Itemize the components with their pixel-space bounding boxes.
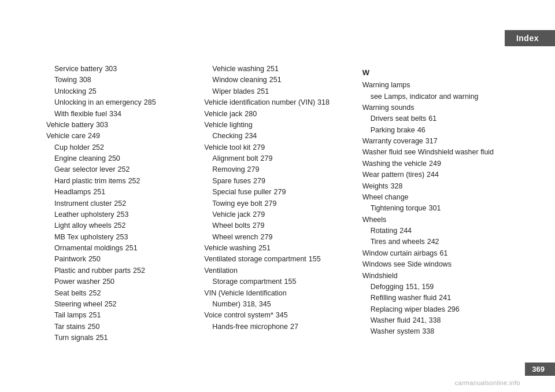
list-item: MB Tex upholstery253 <box>46 232 198 243</box>
list-item: Light alloy wheels252 <box>46 220 198 231</box>
list-item: Tar stains250 <box>46 321 198 332</box>
list-item: Warning lamps <box>362 80 515 91</box>
list-item: Rotating244 <box>362 225 515 236</box>
list-item: Wheel wrench279 <box>204 232 356 243</box>
list-item: Unlocking25 <box>46 86 198 97</box>
list-item: Ventilated storage compartment155 <box>204 254 356 265</box>
list-item: Removing279 <box>204 164 356 175</box>
list-item: Weights328 <box>362 181 515 192</box>
list-item: Number)318, 345 <box>204 299 356 310</box>
list-item: Instrument cluster252 <box>46 198 198 209</box>
list-item: Headlamps251 <box>46 187 198 198</box>
list-item: Ventilation <box>204 265 356 276</box>
list-item: Washing the vehicle249 <box>362 158 515 169</box>
list-item: Storage compartment155 <box>204 276 356 287</box>
list-item: Parking brake46 <box>362 125 515 136</box>
list-item: Seat belts252 <box>46 288 198 299</box>
list-item: Ornamental moldings251 <box>46 243 198 254</box>
list-item: Refilling washer fluid241 <box>362 293 515 304</box>
list-item: Checking234 <box>204 131 356 142</box>
list-item: Tires and wheels242 <box>362 236 515 247</box>
section-letter: W <box>362 67 515 79</box>
list-item: Vehicle washing251 <box>204 64 356 75</box>
list-item: Engine cleaning250 <box>46 153 198 164</box>
page-number: 369 <box>525 363 555 376</box>
list-item: VIN (Vehicle Identification <box>204 288 356 299</box>
list-item: Towing eye bolt279 <box>204 198 356 209</box>
list-item: Drivers seat belts61 <box>362 113 515 124</box>
list-item: Washer system338 <box>362 326 515 337</box>
list-item: Cup holder252 <box>46 142 198 153</box>
list-item: Vehicle care249 <box>46 131 198 142</box>
list-item: Window curtain airbags61 <box>362 248 515 259</box>
list-item: Power washer250 <box>46 276 198 287</box>
list-item: Vehicle tool kit279 <box>204 142 356 153</box>
list-item: Windows see Side windows <box>362 259 515 270</box>
list-item: Gear selector lever252 <box>46 164 198 175</box>
list-item: Wheel bolts279 <box>204 220 356 231</box>
list-item: Wheel change <box>362 192 515 203</box>
list-item: Turn signals251 <box>46 332 198 343</box>
index-column-col3: WWarning lampssee Lamps, indicator and w… <box>362 64 520 346</box>
list-item: Plastic and rubber parts252 <box>46 265 198 276</box>
watermark: carmanualsonline.info <box>455 379 520 386</box>
index-content: Service battery303Towing308Unlocking25Un… <box>46 64 520 346</box>
list-item: Replacing wiper blades296 <box>362 304 515 315</box>
list-item: Warning sounds <box>362 102 515 113</box>
list-item: Voice control system*345 <box>204 310 356 321</box>
list-item: Special fuse puller279 <box>204 187 356 198</box>
list-item: Steering wheel252 <box>46 299 198 310</box>
list-item: Defogging151, 159 <box>362 282 515 293</box>
list-item: Vehicle jack280 <box>204 109 356 120</box>
index-column-col2: Vehicle washing251Window cleaning251Wipe… <box>204 64 362 346</box>
list-item: Unlocking in an emergency285 <box>46 97 198 108</box>
list-item: Tightening torque301 <box>362 203 515 214</box>
list-item: Vehicle jack279 <box>204 209 356 220</box>
list-item: Window cleaning251 <box>204 75 356 86</box>
list-item: Windshield <box>362 271 515 282</box>
list-item: Washer fluid241, 338 <box>362 315 515 326</box>
list-item: Wheels <box>362 215 515 225</box>
list-item: Vehicle identification number (VIN)318 <box>204 97 356 108</box>
list-item: Service battery303 <box>46 64 198 75</box>
index-header: Index <box>505 30 555 46</box>
list-item: Washer fluid see Windshield washer fluid <box>362 147 515 158</box>
list-item: Warranty coverage317 <box>362 136 515 147</box>
index-column-col1: Service battery303Towing308Unlocking25Un… <box>46 64 204 346</box>
list-item: Alignment bolt279 <box>204 153 356 164</box>
list-item: Hard plastic trim items252 <box>46 176 198 187</box>
list-item: Wear pattern (tires)244 <box>362 169 515 180</box>
list-item: Spare fuses279 <box>204 176 356 187</box>
list-item: Leather upholstery253 <box>46 209 198 220</box>
list-item: Tail lamps251 <box>46 310 198 321</box>
list-item: Wiper blades251 <box>204 86 356 97</box>
list-item: Paintwork250 <box>46 254 198 265</box>
list-item: Hands-free microphone27 <box>204 321 356 332</box>
list-item: Vehicle lighting <box>204 120 356 131</box>
list-item: see Lamps, indicator and warning <box>362 91 515 102</box>
list-item: Vehicle washing251 <box>204 243 356 254</box>
list-item: Towing308 <box>46 75 198 86</box>
list-item: Vehicle battery303 <box>46 120 198 131</box>
list-item: With flexible fuel334 <box>46 109 198 120</box>
